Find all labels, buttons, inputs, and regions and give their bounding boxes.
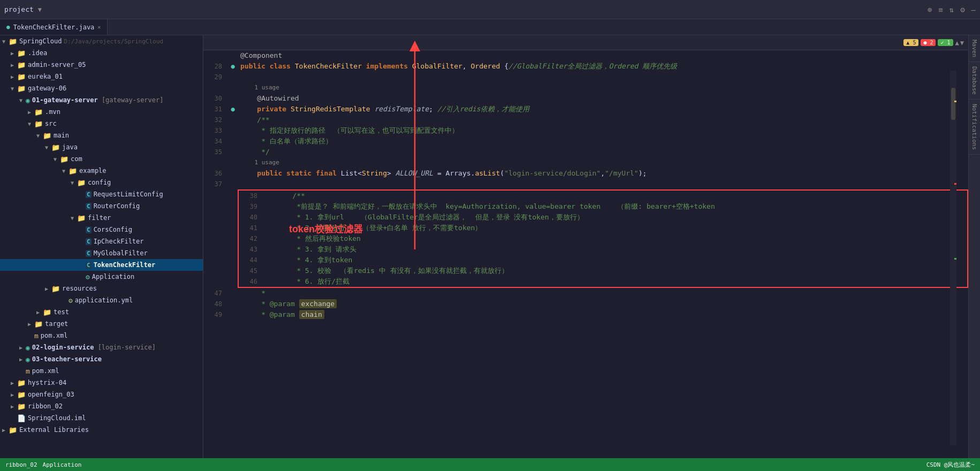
code-editor: token校验过滤器 ▲ 5 ● 2 ✓ 1 ▲ ▼ @Component (203, 35, 968, 458)
code-line: 29 (203, 72, 968, 82)
tree-item-config[interactable]: ▼ 📁 config (0, 177, 203, 188)
list-icon[interactable]: ≡ (938, 5, 943, 14)
tree-item-myglobalfilter[interactable]: C MyGlobalFilter (0, 247, 203, 259)
tree-item-ribbon02[interactable]: ▶ 📁 ribbon_02 (0, 400, 203, 412)
line-content: @Component (238, 50, 968, 61)
tree-item-springcloud-iml[interactable]: 📄 SpringCloud.iml (0, 412, 203, 424)
sort-icon[interactable]: ⇅ (949, 5, 954, 14)
tree-item-login-service[interactable]: ▶ ◉ 02-login-service [login-service] (0, 341, 203, 353)
tree-item-src[interactable]: ▼ 📁 src (0, 118, 203, 130)
code-line: 39 *前提是？ 和前端约定好，一般放在请求头中 key=Authorizati… (239, 201, 967, 212)
line-content: 1 usage (238, 157, 968, 168)
tree-item-corsconfig[interactable]: C CorsConfig (0, 224, 203, 236)
tree-item-resources[interactable]: ▶ 📁 resources (0, 283, 203, 294)
tree-label: target (45, 320, 68, 328)
code-line: 42 * 然后再校验token (239, 233, 967, 244)
tree-item-target[interactable]: ▶ 📁 target (0, 318, 203, 330)
code-lines[interactable]: @Component 28 ● public class TokenCheckF… (203, 50, 968, 458)
tree-label: 03-teacher-service (32, 355, 102, 363)
arrow-icon: ▶ (11, 380, 17, 386)
code-line: @Component (203, 50, 968, 61)
tree-label: CorsConfig (94, 226, 132, 233)
bottom-ribbon-label: ribbon_02 (5, 461, 37, 468)
pom-icon: m (34, 332, 39, 340)
arrow-icon: ▶ (11, 50, 17, 56)
tab-tokencheck[interactable]: ● TokenCheckFilter.java ✕ (0, 19, 108, 35)
tree-item-tokencheckfilter[interactable]: C TokenCheckFilter (0, 259, 203, 271)
tree-label: 02-login-service (32, 344, 94, 351)
tree-item-application[interactable]: ⚙ Application (0, 271, 203, 283)
line-number: 28 (203, 61, 227, 72)
tree-item-routerconfig[interactable]: C RouterConfig (0, 200, 203, 212)
settings-icon[interactable]: ⚙ (960, 5, 964, 14)
iml-icon: 📄 (17, 414, 26, 422)
close-tab-icon[interactable]: ✕ (97, 24, 101, 30)
line-content: * 5. 校验 （看redis 中 有没有，如果没有就拦截，有就放行） (274, 265, 967, 276)
tree-item-idea[interactable]: ▶ 📁 .idea (0, 47, 203, 59)
folder-icon: 📁 (17, 49, 26, 57)
line-content: 1 usage (238, 82, 968, 93)
arrow-icon: ▶ (28, 109, 34, 115)
globe-icon[interactable]: ⊕ (928, 5, 932, 14)
dropdown-icon[interactable]: ▼ (38, 6, 42, 13)
tree-label: pom.xml (32, 367, 59, 375)
code-line: 35 */ (203, 147, 968, 157)
tree-item-test[interactable]: ▶ 📁 test (0, 306, 203, 318)
folder-icon: 📁 (69, 167, 77, 175)
nav-down-icon[interactable]: ▼ (960, 39, 964, 47)
minimize-icon[interactable]: — (971, 5, 976, 14)
line-content: * 1. 拿到url （GlobalFilter是全局过滤器， 但是，登录 没有… (274, 212, 967, 223)
code-line: 46 * 6. 放行/拦截 (239, 276, 967, 287)
tree-item-hystrix[interactable]: ▶ 📁 hystrix-04 (0, 377, 203, 389)
folder-icon: 📁 (51, 143, 60, 151)
tree-item-main[interactable]: ▼ 📁 main (0, 130, 203, 141)
line-number: 30 (203, 93, 227, 104)
top-icons: ⊕ ≡ ⇅ ⚙ — (928, 5, 976, 14)
module-icon: ◉ (26, 344, 30, 352)
main-content: ▼ 📁 SpringCloud D:/Java/projects/SpringC… (0, 35, 980, 458)
database-tab[interactable]: Database (969, 62, 980, 100)
tree-item-gateway-server[interactable]: ▼ ◉ 01-gateway-server [gateway-server] (0, 94, 203, 106)
tree-item-java[interactable]: ▼ 📁 java (0, 141, 203, 153)
tree-item-openfeign[interactable]: ▶ 📁 openfeign_03 (0, 389, 203, 400)
scrollbar[interactable] (950, 71, 956, 445)
tree-item-root-pom[interactable]: m pom.xml (0, 365, 203, 377)
folder-icon: 📁 (60, 155, 69, 163)
folder-icon: 📁 (17, 61, 26, 69)
tree-item-pom[interactable]: m pom.xml (0, 330, 203, 341)
line-number: 38 (239, 191, 263, 201)
code-line: 48 * @param exchange (203, 299, 968, 309)
tree-item-admin[interactable]: ▶ 📁 admin-server_05 (0, 59, 203, 71)
arrow-icon: ▶ (11, 62, 17, 68)
line-content: * @param exchange (238, 299, 968, 309)
tree-item-external-libs[interactable]: ▶ 📁 External Libraries (0, 424, 203, 436)
nav-up-icon[interactable]: ▲ (955, 39, 959, 47)
tree-item-springcloud[interactable]: ▼ 📁 SpringCloud D:/Java/projects/SpringC… (0, 35, 203, 47)
tree-item-ipcheckfilter[interactable]: C IpCheckFilter (0, 236, 203, 247)
maven-tab[interactable]: Maven (969, 35, 980, 62)
tree-item-filter[interactable]: ▼ 📁 filter (0, 212, 203, 224)
arrow-icon: ▶ (11, 392, 17, 398)
tree-label: java (62, 143, 78, 151)
tree-label: example (79, 167, 107, 174)
code-line: 37 (203, 179, 968, 189)
notifications-tab[interactable]: Notifications (969, 100, 980, 155)
tree-label: hystrix-04 (28, 379, 66, 386)
tree-item-appyml[interactable]: ⚙ application.yml (0, 294, 203, 306)
line-number: 39 (239, 201, 263, 212)
arrow-icon: ▼ (45, 145, 51, 150)
right-sidebar: Maven Database Notifications (968, 35, 980, 458)
arrow-icon: ▼ (2, 39, 9, 44)
tree-item-requestlimitconfig[interactable]: C RequestLimitConfig (0, 188, 203, 200)
tree-item-example[interactable]: ▼ 📁 example (0, 165, 203, 177)
tree-item-mvn[interactable]: ▶ 📁 .mvn (0, 106, 203, 118)
tree-item-gateway06[interactable]: ▼ 📁 gateway-06 (0, 82, 203, 94)
editor-header: ▲ 5 ● 2 ✓ 1 ▲ ▼ (203, 35, 968, 50)
tree-item-teacher-service[interactable]: ▶ ◉ 03-teacher-service (0, 353, 203, 365)
tree-label: .mvn (45, 108, 60, 116)
tree-item-eureka[interactable]: ▶ 📁 eureka_01 (0, 71, 203, 82)
arrow-icon: ▶ (19, 345, 26, 351)
tree-item-com[interactable]: ▼ 📁 com (0, 153, 203, 165)
arrow-icon: ▼ (54, 156, 60, 162)
code-line: 44 * 4. 拿到token (239, 255, 967, 265)
